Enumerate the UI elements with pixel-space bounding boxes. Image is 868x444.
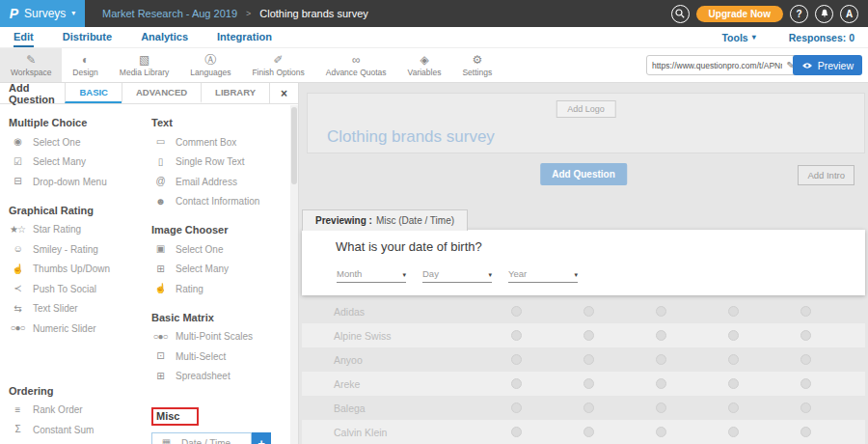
question-type-star-rating[interactable]: ★☆Star Rating [9,220,146,240]
radio-button[interactable] [728,354,739,365]
section-misc: Misc▦Date / Time+⌨Captcha [151,386,296,444]
media-library-icon: ▧ [139,54,149,66]
question-type-constant-sum[interactable]: ΣConstant Sum [9,420,146,440]
question-type-select-one[interactable]: ◉Select One [9,132,146,153]
help-button[interactable]: ? [790,5,808,23]
search-button[interactable] [671,5,690,23]
user-avatar[interactable]: A [840,5,858,23]
question-type-select-one[interactable]: ▣Select One [151,239,296,260]
year-select[interactable]: Year▾ [508,268,578,283]
radio-button[interactable] [800,354,811,365]
notifications-button[interactable] [815,5,833,23]
toolbar-variables[interactable]: ◈Variables [397,48,452,82]
add-question-panel: Add Question BASICADVANCEDLIBRARY × Mult… [0,83,299,444]
day-select[interactable]: Day▾ [422,268,492,283]
question-type-rank-order[interactable]: ≡Rank Order [9,401,146,421]
tab-basic[interactable]: BASIC [65,83,122,103]
toolbar-media-library[interactable]: ▧Media Library [109,48,180,82]
responses-count[interactable]: Responses: 0 [789,32,854,43]
bell-icon [820,9,829,18]
radio-button[interactable] [656,306,666,317]
add-logo-button[interactable]: Add Logo [556,100,616,118]
question-type-contact-information[interactable]: ☻Contact Information [151,192,296,212]
radio-button[interactable] [800,402,811,413]
radio-button[interactable] [728,330,739,341]
toolbar-languages[interactable]: ⒶLanguages [179,48,241,82]
tab-library[interactable]: LIBRARY [201,83,269,103]
question-type-thumbs-up-down[interactable]: ☝Thumbs Up/Down [9,260,146,280]
section-heading: Misc [151,407,199,426]
nav-analytics[interactable]: Analytics [141,27,188,47]
question-type-spreadsheet[interactable]: ⊞Spreadsheet [151,367,296,387]
question-type-multi-select[interactable]: ⊡Multi-Select [151,347,296,367]
survey-header-block: Add Logo Clothing brands survey [307,93,865,153]
radio-button[interactable] [800,427,811,437]
single-row-text-icon: ▯ [151,157,169,167]
survey-url-input[interactable] [647,61,787,70]
radio-button[interactable] [656,330,666,341]
radio-button[interactable] [728,427,739,437]
surveys-menu[interactable]: P Surveys ▾ [0,0,85,27]
toolbar-advance-quotas[interactable]: ∞Advance Quotas [315,48,397,82]
radio-button[interactable] [511,427,522,437]
close-panel-button[interactable]: × [269,83,298,103]
question-type-select-many[interactable]: ⊞Select Many [151,260,296,280]
question-type-select-many[interactable]: ☑Select Many [9,153,146,173]
add-date-time-button[interactable]: + [252,432,271,444]
toolbar-finish-options[interactable]: ✐Finish Options [241,48,314,82]
radio-button[interactable] [800,330,811,341]
question-type-rating[interactable]: ☝Rating [151,279,296,299]
toolbar-settings[interactable]: ⚙Settings [451,48,502,82]
radio-button[interactable] [511,306,522,317]
upgrade-now-button[interactable]: Upgrade Now [696,6,783,22]
radio-button[interactable] [656,378,666,389]
scrollbar-thumb[interactable] [291,107,297,184]
add-question-button[interactable]: Add Question [540,163,627,185]
nav-tabs: EditDistributeAnalyticsIntegration [0,27,301,47]
radio-button[interactable] [728,402,739,413]
question-type-smiley-rating[interactable]: ☺Smiley - Rating [9,239,146,260]
radio-button[interactable] [511,402,522,413]
question-type-comment-box[interactable]: ▭Comment Box [151,132,296,153]
radio-button[interactable] [511,354,522,365]
month-select[interactable]: Month▾ [337,268,406,283]
breadcrumb-parent[interactable]: Market Research - Aug 2019 [102,8,237,19]
section-heading: Multiple Choice [9,117,146,128]
radio-button[interactable] [583,306,594,317]
toolbar-workspace[interactable]: ✎Workspace [0,48,62,82]
radio-button[interactable] [583,378,594,389]
tools-menu[interactable]: Tools ▾ [721,32,755,43]
radio-button[interactable] [583,427,594,437]
question-type-single-row-text[interactable]: ▯Single Row Text [151,153,296,173]
radio-button[interactable] [656,402,666,413]
question-type-drop-down-menu[interactable]: ⊟Drop-down Menu [9,172,146,192]
radio-button[interactable] [728,306,739,317]
radio-button[interactable] [511,330,522,341]
question-type-multi-point-scales[interactable]: ○●○Multi-Point Scales [151,327,296,347]
tab-advanced[interactable]: ADVANCED [122,83,201,103]
radio-button[interactable] [656,354,666,365]
radio-button[interactable] [511,378,522,389]
question-type-text-slider[interactable]: ⇆Text Slider [9,299,146,319]
radio-button[interactable] [583,354,594,365]
radio-button[interactable] [728,378,739,389]
toolbar-design[interactable]: ◐Design [62,48,108,82]
question-type-email-address[interactable]: @Email Address [151,172,296,192]
radio-button[interactable] [800,306,811,317]
chevron-down-icon: ▾ [488,271,492,279]
radio-button[interactable] [800,378,811,389]
nav-distribute[interactable]: Distribute [63,27,112,47]
share-social-icon: ≺ [9,284,26,293]
radio-button[interactable] [656,427,666,437]
panel-scrollbar[interactable] [290,105,298,444]
radio-button[interactable] [583,330,594,341]
add-intro-button[interactable]: Add Intro [798,165,854,185]
nav-edit[interactable]: Edit [14,27,34,47]
radio-button[interactable] [583,402,594,413]
nav-integration[interactable]: Integration [217,27,272,47]
question-type-numeric-slider[interactable]: ○●○Numeric Slider [9,319,146,339]
question-type-date-time[interactable]: ▦Date / Time [151,432,252,444]
question-type-push-to-social[interactable]: ≺Push To Social [9,279,146,299]
preview-button[interactable]: Preview [793,55,862,75]
question-type-drag-and-drop[interactable]: ☟Drag and Drop [9,440,146,444]
